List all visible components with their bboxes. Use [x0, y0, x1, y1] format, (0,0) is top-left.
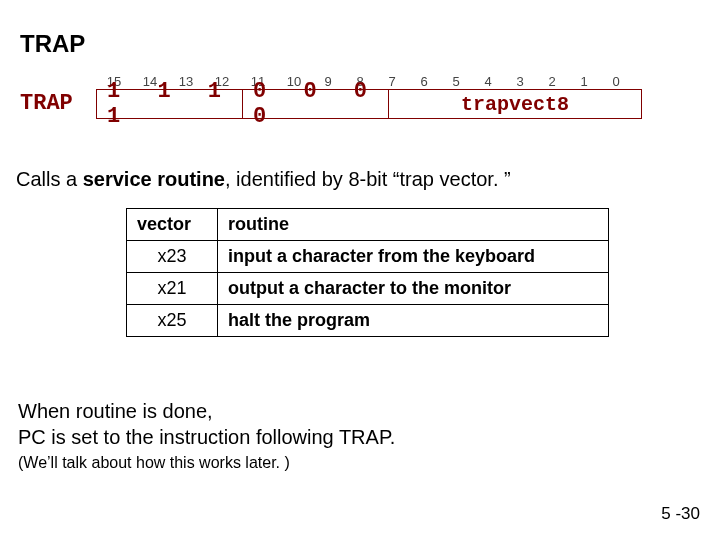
bit-label: 5	[440, 74, 472, 89]
desc-prefix: Calls a	[16, 168, 83, 190]
zero-field: 0 0 0 0	[242, 89, 388, 119]
footer-line: PC is set to the instruction following T…	[18, 426, 395, 448]
cell-vector: x21	[127, 273, 218, 305]
table-row: x25 halt the program	[127, 305, 609, 337]
desc-suffix: , identified by 8-bit “trap vector. ”	[225, 168, 511, 190]
mnemonic: TRAP	[20, 89, 96, 119]
trap-vector-table: vector routine x23 input a character fro…	[126, 208, 609, 337]
cell-vector: x25	[127, 305, 218, 337]
header-vector: vector	[127, 209, 218, 241]
opcode-field: 1 1 1 1	[96, 89, 242, 119]
instruction-fields: TRAP 1 1 1 1 0 0 0 0 trapvect8	[20, 89, 642, 119]
instruction-encoding: 15 14 13 12 11 10 9 8 7 6 5 4 3 2 1 0 TR…	[20, 74, 642, 119]
bit-label: 0	[600, 74, 632, 89]
desc-bold: service routine	[83, 168, 225, 190]
bit-label: 1	[568, 74, 600, 89]
cell-routine: input a character from the keyboard	[218, 241, 609, 273]
slide: TRAP 15 14 13 12 11 10 9 8 7 6 5 4 3 2 1…	[0, 0, 720, 540]
bit-label: 6	[408, 74, 440, 89]
cell-routine: output a character to the monitor	[218, 273, 609, 305]
bit-label: 2	[536, 74, 568, 89]
footer-aside: (We’ll talk about how this works later. …	[18, 454, 290, 472]
slide-title: TRAP	[20, 30, 85, 58]
cell-vector: x23	[127, 241, 218, 273]
footer-note: When routine is done, PC is set to the i…	[18, 398, 395, 450]
trapvect-field: trapvect8	[388, 89, 642, 119]
bit-label: 3	[504, 74, 536, 89]
cell-routine: halt the program	[218, 305, 609, 337]
footer-line: When routine is done,	[18, 400, 213, 422]
table-row: x21 output a character to the monitor	[127, 273, 609, 305]
bit-label: 4	[472, 74, 504, 89]
page-number: 5 -30	[661, 504, 700, 524]
description: Calls a service routine, identified by 8…	[16, 168, 511, 191]
table-row: x23 input a character from the keyboard	[127, 241, 609, 273]
header-routine: routine	[218, 209, 609, 241]
table-header-row: vector routine	[127, 209, 609, 241]
